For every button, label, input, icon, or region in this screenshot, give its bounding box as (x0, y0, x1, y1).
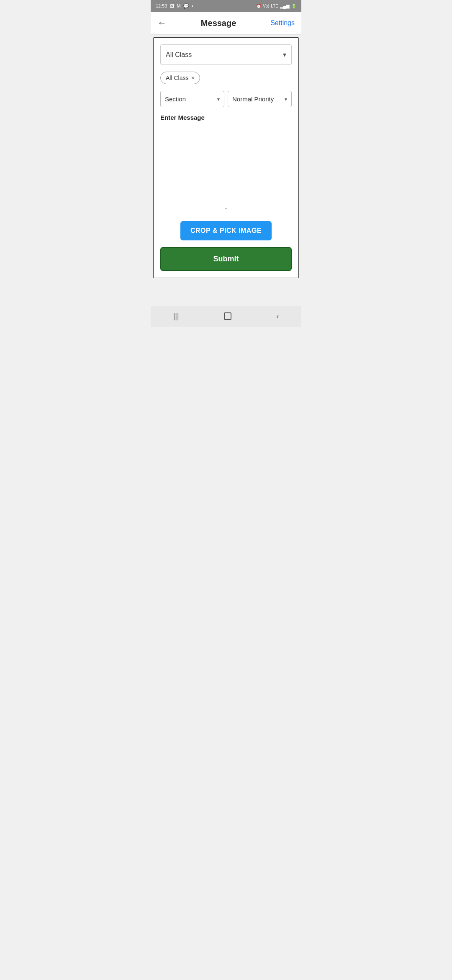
main-content: All Class ▾ All Class × Section ▾ Normal… (153, 37, 299, 278)
status-bar: 12:53 🖼 M 💬 • ⏰ Vo) LTE ▂▄▆ 🔋 (151, 0, 301, 12)
android-nav-bar: ||| ‹ (151, 306, 301, 327)
status-left: 12:53 🖼 M 💬 • (156, 3, 193, 9)
section-arrow-icon: ▾ (217, 96, 220, 102)
chevron-down-icon: ▾ (283, 51, 286, 59)
nav-bar: ← Message Settings (151, 12, 301, 35)
enter-message-label: Enter Message (160, 114, 205, 121)
priority-arrow-icon: ▾ (285, 96, 287, 102)
chat-icon: 💬 (183, 3, 189, 9)
enter-message-section: Enter Message (160, 114, 292, 121)
battery-icon: 🔋 (291, 4, 296, 8)
class-dropdown[interactable]: All Class ▾ (160, 44, 292, 65)
dot-icon: • (192, 3, 193, 8)
message-input[interactable] (160, 128, 292, 195)
priority-label: Normal Priority (232, 95, 274, 103)
class-dropdown-label: All Class (166, 51, 192, 59)
menu-button[interactable]: ||| (173, 312, 179, 321)
home-button[interactable] (224, 312, 231, 320)
time-display: 12:53 (156, 3, 167, 8)
gmail-icon: M (177, 3, 181, 8)
page-title: Message (201, 18, 236, 28)
settings-button[interactable]: Settings (270, 19, 295, 27)
section-dropdown[interactable]: Section ▾ (160, 91, 224, 107)
photo-icon: 🖼 (170, 3, 175, 8)
crop-pick-image-button[interactable]: CROP & PICK IMAGE (180, 221, 272, 240)
section-label: Section (165, 95, 186, 103)
signal-icon: ▂▄▆ (280, 4, 290, 8)
back-nav-button[interactable]: ‹ (276, 312, 279, 321)
status-right: ⏰ Vo) LTE ▂▄▆ 🔋 (256, 4, 296, 8)
bottom-spacer (151, 281, 301, 306)
tag-close-icon[interactable]: × (191, 75, 194, 81)
priority-dropdown[interactable]: Normal Priority ▾ (228, 91, 292, 107)
volte-label: Vo) (263, 4, 269, 8)
submit-button[interactable]: Submit (160, 247, 292, 271)
tag-label: All Class (166, 75, 188, 81)
lte-label: LTE (271, 4, 278, 8)
all-class-tag: All Class × (160, 72, 200, 84)
dot-indicator: · (160, 203, 292, 213)
filter-row: Section ▾ Normal Priority ▾ (160, 91, 292, 107)
back-button[interactable]: ← (157, 18, 167, 28)
alarm-icon: ⏰ (256, 4, 261, 8)
tag-container: All Class × (160, 72, 292, 84)
